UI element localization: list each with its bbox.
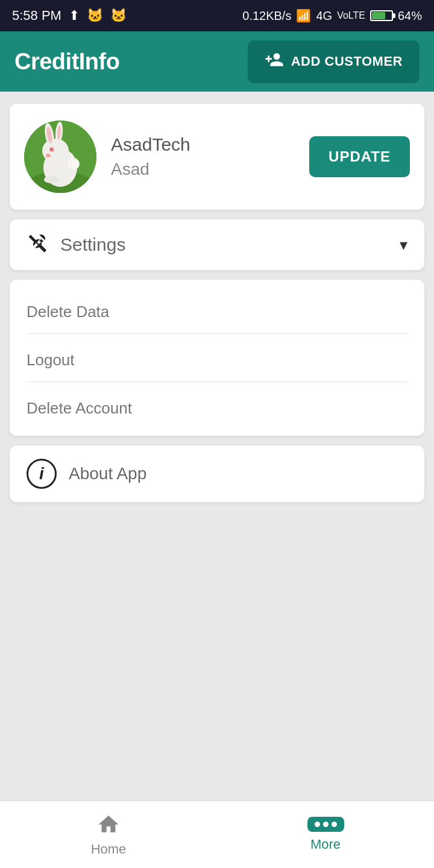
battery-indicator — [370, 10, 393, 21]
settings-label: Settings — [60, 234, 125, 255]
status-right: 0.12KB/s 📶 4G VoLTE 64% — [242, 8, 422, 23]
settings-header[interactable]: Settings ▾ — [10, 219, 424, 270]
time: 5:58 PM — [12, 8, 61, 24]
header: CreditInfo ADD CUSTOMER — [0, 31, 434, 92]
about-card[interactable]: i About App — [10, 445, 424, 502]
delete-account-item[interactable]: Delete Account — [27, 382, 407, 424]
logout-item[interactable]: Logout — [27, 334, 407, 382]
settings-header-left: Settings — [27, 233, 125, 257]
battery-percent: 64% — [398, 9, 422, 23]
nav-more[interactable]: More — [217, 811, 434, 858]
avatar — [24, 121, 96, 193]
main-content: AsadTech Asad UPDATE Settings ▾ Delete D… — [0, 92, 434, 602]
profile-info: AsadTech Asad — [111, 134, 190, 179]
bottom-nav: Home More — [0, 800, 434, 868]
business-name: AsadTech — [111, 134, 190, 155]
settings-expanded: Delete Data Logout Delete Account — [10, 280, 424, 436]
speed: 0.12KB/s — [242, 9, 291, 23]
home-label: Home — [91, 841, 127, 857]
profile-card: AsadTech Asad UPDATE — [10, 104, 424, 210]
svg-point-12 — [68, 158, 80, 170]
delete-data-item[interactable]: Delete Data — [27, 286, 407, 334]
svg-point-11 — [44, 176, 58, 183]
svg-point-9 — [50, 148, 52, 151]
settings-card: Settings ▾ — [10, 219, 424, 270]
more-label: More — [310, 837, 341, 852]
svg-point-3 — [42, 139, 69, 163]
signal-icon: 📶 — [296, 8, 311, 23]
home-icon — [96, 813, 121, 837]
chevron-down-icon: ▾ — [400, 236, 407, 254]
status-left: 5:58 PM ⬆ 🐱 🐱 — [12, 8, 127, 24]
more-icon — [307, 817, 344, 832]
network: 4G — [316, 9, 332, 23]
notification-icon: 🐱 — [87, 8, 103, 24]
app-title: CreditInfo — [14, 49, 119, 75]
volte-icon: VoLTE — [337, 10, 365, 21]
svg-point-10 — [46, 154, 51, 157]
upload-icon: ⬆ — [69, 8, 80, 24]
add-customer-button[interactable]: ADD CUSTOMER — [248, 40, 420, 83]
nav-home[interactable]: Home — [0, 807, 217, 863]
add-person-icon — [265, 50, 284, 74]
wrench-icon — [27, 233, 48, 257]
status-bar: 5:58 PM ⬆ 🐱 🐱 0.12KB/s 📶 4G VoLTE 64% — [0, 0, 434, 31]
about-label: About App — [69, 464, 146, 483]
profile-left: AsadTech Asad — [24, 121, 190, 193]
info-icon: i — [27, 459, 57, 489]
add-customer-label: ADD CUSTOMER — [291, 54, 403, 69]
cat-icon: 🐱 — [110, 8, 127, 24]
update-button[interactable]: UPDATE — [309, 136, 410, 177]
username: Asad — [111, 160, 190, 179]
